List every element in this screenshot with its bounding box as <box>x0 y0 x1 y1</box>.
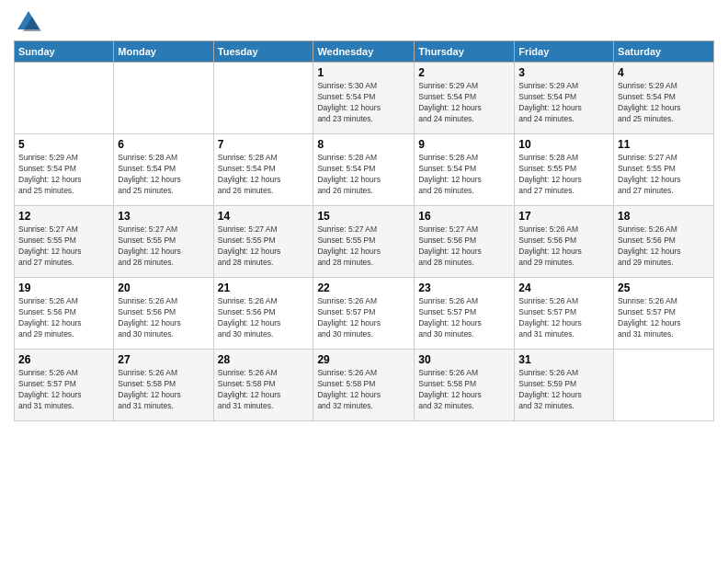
calendar-cell <box>614 350 714 421</box>
day-info: Sunrise: 5:26 AM Sunset: 5:58 PM Dayligh… <box>418 368 510 412</box>
day-info: Sunrise: 5:26 AM Sunset: 5:56 PM Dayligh… <box>518 224 609 269</box>
calendar-cell: 16Sunrise: 5:27 AM Sunset: 5:56 PM Dayli… <box>415 206 515 278</box>
day-info: Sunrise: 5:29 AM Sunset: 5:54 PM Dayligh… <box>518 81 609 125</box>
calendar-cell: 27Sunrise: 5:26 AM Sunset: 5:58 PM Dayli… <box>114 350 213 421</box>
calendar-cell: 3Sunrise: 5:29 AM Sunset: 5:54 PM Daylig… <box>515 63 614 134</box>
day-number: 17 <box>518 210 609 223</box>
calendar-body: 1Sunrise: 5:30 AM Sunset: 5:54 PM Daylig… <box>15 63 714 421</box>
day-number: 31 <box>518 353 609 366</box>
calendar-cell: 29Sunrise: 5:26 AM Sunset: 5:58 PM Dayli… <box>313 350 415 421</box>
day-info: Sunrise: 5:28 AM Sunset: 5:54 PM Dayligh… <box>118 153 209 197</box>
calendar-cell: 12Sunrise: 5:27 AM Sunset: 5:55 PM Dayli… <box>15 206 114 278</box>
calendar-header: SundayMondayTuesdayWednesdayThursdayFrid… <box>15 41 714 63</box>
calendar-cell: 20Sunrise: 5:26 AM Sunset: 5:56 PM Dayli… <box>114 278 213 350</box>
day-number: 5 <box>18 138 109 151</box>
day-number: 18 <box>618 210 710 223</box>
day-info: Sunrise: 5:27 AM Sunset: 5:55 PM Dayligh… <box>618 153 710 197</box>
calendar-cell: 23Sunrise: 5:26 AM Sunset: 5:57 PM Dayli… <box>415 278 515 350</box>
day-info: Sunrise: 5:28 AM Sunset: 5:54 PM Dayligh… <box>218 153 310 197</box>
day-number: 1 <box>317 66 410 79</box>
page-container: SundayMondayTuesdayWednesdayThursdayFrid… <box>0 0 728 431</box>
day-number: 15 <box>317 210 410 223</box>
day-info: Sunrise: 5:26 AM Sunset: 5:57 PM Dayligh… <box>618 296 710 340</box>
day-number: 10 <box>518 138 609 151</box>
day-info: Sunrise: 5:26 AM Sunset: 5:57 PM Dayligh… <box>518 296 609 340</box>
day-number: 19 <box>18 282 109 294</box>
day-info: Sunrise: 5:26 AM Sunset: 5:56 PM Dayligh… <box>218 296 310 340</box>
weekday-header: Thursday <box>415 41 515 63</box>
day-info: Sunrise: 5:27 AM Sunset: 5:55 PM Dayligh… <box>218 224 310 269</box>
calendar-cell: 10Sunrise: 5:28 AM Sunset: 5:55 PM Dayli… <box>515 134 614 206</box>
logo-icon <box>14 9 43 35</box>
day-number: 20 <box>118 282 209 294</box>
weekday-header: Saturday <box>614 41 714 63</box>
calendar-cell: 30Sunrise: 5:26 AM Sunset: 5:58 PM Dayli… <box>415 350 515 421</box>
day-number: 6 <box>118 138 209 151</box>
calendar-cell <box>114 63 213 134</box>
weekday-header: Friday <box>515 41 614 63</box>
calendar-week-row: 26Sunrise: 5:26 AM Sunset: 5:57 PM Dayli… <box>15 350 714 421</box>
calendar-week-row: 1Sunrise: 5:30 AM Sunset: 5:54 PM Daylig… <box>15 63 714 134</box>
day-info: Sunrise: 5:26 AM Sunset: 5:56 PM Dayligh… <box>18 296 109 340</box>
day-info: Sunrise: 5:29 AM Sunset: 5:54 PM Dayligh… <box>418 81 510 125</box>
calendar-cell: 17Sunrise: 5:26 AM Sunset: 5:56 PM Dayli… <box>515 206 614 278</box>
calendar-week-row: 12Sunrise: 5:27 AM Sunset: 5:55 PM Dayli… <box>15 206 714 278</box>
day-info: Sunrise: 5:26 AM Sunset: 5:58 PM Dayligh… <box>218 368 310 412</box>
day-number: 25 <box>618 282 710 294</box>
day-info: Sunrise: 5:28 AM Sunset: 5:55 PM Dayligh… <box>518 153 609 197</box>
day-number: 28 <box>218 353 310 366</box>
calendar-cell <box>15 63 114 134</box>
day-number: 8 <box>317 138 410 151</box>
calendar-cell: 7Sunrise: 5:28 AM Sunset: 5:54 PM Daylig… <box>213 134 313 206</box>
page-header <box>14 9 714 35</box>
calendar-cell: 15Sunrise: 5:27 AM Sunset: 5:55 PM Dayli… <box>313 206 415 278</box>
day-info: Sunrise: 5:27 AM Sunset: 5:55 PM Dayligh… <box>317 224 410 269</box>
day-number: 12 <box>18 210 109 223</box>
calendar-table: SundayMondayTuesdayWednesdayThursdayFrid… <box>14 40 714 421</box>
day-info: Sunrise: 5:29 AM Sunset: 5:54 PM Dayligh… <box>18 153 109 197</box>
day-number: 30 <box>418 353 510 366</box>
day-number: 9 <box>418 138 510 151</box>
day-number: 16 <box>418 210 510 223</box>
calendar-cell: 2Sunrise: 5:29 AM Sunset: 5:54 PM Daylig… <box>415 63 515 134</box>
calendar-week-row: 19Sunrise: 5:26 AM Sunset: 5:56 PM Dayli… <box>15 278 714 350</box>
weekday-header: Tuesday <box>213 41 313 63</box>
calendar-cell: 11Sunrise: 5:27 AM Sunset: 5:55 PM Dayli… <box>614 134 714 206</box>
day-info: Sunrise: 5:26 AM Sunset: 5:57 PM Dayligh… <box>18 368 109 412</box>
calendar-cell: 5Sunrise: 5:29 AM Sunset: 5:54 PM Daylig… <box>15 134 114 206</box>
day-number: 13 <box>118 210 209 223</box>
day-info: Sunrise: 5:26 AM Sunset: 5:56 PM Dayligh… <box>118 296 209 340</box>
day-info: Sunrise: 5:27 AM Sunset: 5:56 PM Dayligh… <box>418 224 510 269</box>
logo <box>14 9 47 35</box>
day-info: Sunrise: 5:28 AM Sunset: 5:54 PM Dayligh… <box>317 153 410 197</box>
day-number: 14 <box>218 210 310 223</box>
calendar-cell: 26Sunrise: 5:26 AM Sunset: 5:57 PM Dayli… <box>15 350 114 421</box>
day-info: Sunrise: 5:26 AM Sunset: 5:58 PM Dayligh… <box>118 368 209 412</box>
day-number: 22 <box>317 282 410 294</box>
calendar-cell: 4Sunrise: 5:29 AM Sunset: 5:54 PM Daylig… <box>614 63 714 134</box>
day-number: 7 <box>218 138 310 151</box>
calendar-cell: 25Sunrise: 5:26 AM Sunset: 5:57 PM Dayli… <box>614 278 714 350</box>
weekday-header: Sunday <box>15 41 114 63</box>
day-number: 29 <box>317 353 410 366</box>
day-info: Sunrise: 5:27 AM Sunset: 5:55 PM Dayligh… <box>18 224 109 269</box>
day-info: Sunrise: 5:28 AM Sunset: 5:54 PM Dayligh… <box>418 153 510 197</box>
calendar-cell: 6Sunrise: 5:28 AM Sunset: 5:54 PM Daylig… <box>114 134 213 206</box>
day-number: 11 <box>618 138 710 151</box>
calendar-cell: 9Sunrise: 5:28 AM Sunset: 5:54 PM Daylig… <box>415 134 515 206</box>
calendar-cell: 1Sunrise: 5:30 AM Sunset: 5:54 PM Daylig… <box>313 63 415 134</box>
calendar-cell: 28Sunrise: 5:26 AM Sunset: 5:58 PM Dayli… <box>213 350 313 421</box>
calendar-cell: 8Sunrise: 5:28 AM Sunset: 5:54 PM Daylig… <box>313 134 415 206</box>
calendar-cell: 21Sunrise: 5:26 AM Sunset: 5:56 PM Dayli… <box>213 278 313 350</box>
day-number: 26 <box>18 353 109 366</box>
day-info: Sunrise: 5:26 AM Sunset: 5:58 PM Dayligh… <box>317 368 410 412</box>
day-number: 4 <box>618 66 710 79</box>
day-info: Sunrise: 5:26 AM Sunset: 5:59 PM Dayligh… <box>518 368 609 412</box>
day-number: 2 <box>418 66 510 79</box>
day-info: Sunrise: 5:26 AM Sunset: 5:56 PM Dayligh… <box>618 224 710 269</box>
day-number: 27 <box>118 353 209 366</box>
calendar-week-row: 5Sunrise: 5:29 AM Sunset: 5:54 PM Daylig… <box>15 134 714 206</box>
weekday-header: Monday <box>114 41 213 63</box>
calendar-cell: 14Sunrise: 5:27 AM Sunset: 5:55 PM Dayli… <box>213 206 313 278</box>
calendar-cell: 18Sunrise: 5:26 AM Sunset: 5:56 PM Dayli… <box>614 206 714 278</box>
